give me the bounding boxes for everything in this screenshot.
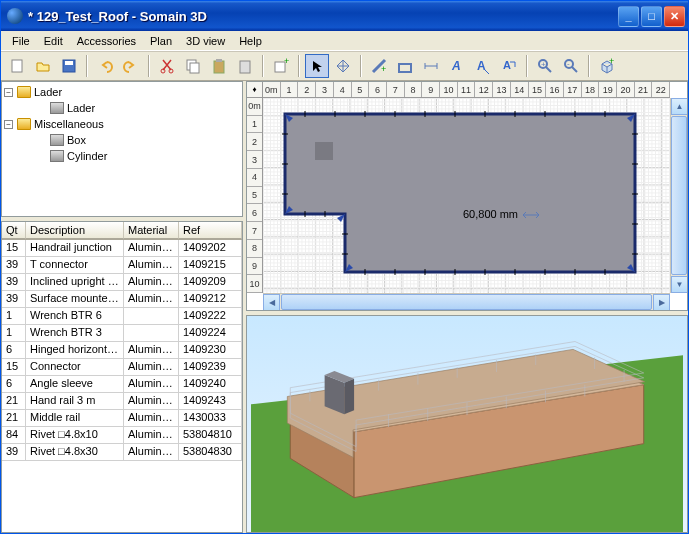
- cell-qt: 15: [2, 240, 26, 256]
- col-header-mat[interactable]: Material: [124, 222, 179, 239]
- menu-help[interactable]: Help: [232, 33, 269, 49]
- scroll-down-icon[interactable]: ▼: [671, 276, 688, 293]
- tree-label: Cylinder: [67, 150, 107, 162]
- table-row[interactable]: 39T connectorAluminium1409215: [2, 257, 242, 274]
- ruler-tick: 8: [247, 240, 262, 258]
- ruler-tick: 10: [247, 275, 262, 293]
- zoom-out-icon[interactable]: -: [559, 54, 583, 78]
- add-plan-icon[interactable]: +: [269, 54, 293, 78]
- minimize-button[interactable]: _: [618, 6, 639, 27]
- svg-rect-0: [12, 60, 22, 72]
- scroll-right-icon[interactable]: ▶: [653, 294, 670, 311]
- svg-rect-6: [190, 63, 199, 73]
- scroll-thumb[interactable]: [281, 294, 652, 310]
- cell-mat: Aluminium: [124, 274, 179, 290]
- collapse-icon[interactable]: −: [4, 120, 13, 129]
- cell-qt: 1: [2, 308, 26, 324]
- cell-qt: 39: [2, 274, 26, 290]
- roof-outline[interactable]: [275, 104, 645, 282]
- collapse-icon[interactable]: −: [4, 88, 13, 97]
- catalog-tree[interactable]: − Lader Lader − Miscellaneous: [1, 81, 243, 217]
- scrollbar-vertical[interactable]: ▲ ▼: [670, 98, 687, 293]
- scroll-up-icon[interactable]: ▲: [671, 98, 688, 115]
- cell-desc: Rivet □4.8x30: [26, 444, 124, 460]
- scrollbar-horizontal[interactable]: ◀ ▶: [263, 293, 670, 310]
- scroll-left-icon[interactable]: ◀: [263, 294, 280, 311]
- table-row[interactable]: 15Handrail junctionAluminium1409202: [2, 240, 242, 257]
- delete-icon[interactable]: [233, 54, 257, 78]
- table-row[interactable]: 21Middle railAluminium1430033: [2, 410, 242, 427]
- ruler-tick: 14: [511, 82, 529, 97]
- ruler-tick: 7: [247, 222, 262, 240]
- open-icon[interactable]: [31, 54, 55, 78]
- ruler-tick: 10: [440, 82, 458, 97]
- tree-node-lader-child[interactable]: Lader: [4, 100, 240, 116]
- table-row[interactable]: 21Hand rail 3 mAluminium1409243: [2, 393, 242, 410]
- table-row[interactable]: 6Hinged horizontal ...Aluminium1409230: [2, 342, 242, 359]
- room-icon[interactable]: [393, 54, 417, 78]
- table-row[interactable]: 15ConnectorAluminium1409239: [2, 359, 242, 376]
- ruler-tick: 1: [281, 82, 299, 97]
- ruler-horizontal: 0m12345678910111213141516171819202122: [263, 82, 670, 98]
- tree-node-cylinder[interactable]: Cylinder: [4, 148, 240, 164]
- tree-node-box[interactable]: Box: [4, 132, 240, 148]
- titlebar[interactable]: * 129_Test_Roof - Somain 3D _ □ ✕: [1, 1, 688, 31]
- col-header-qt[interactable]: Qt: [2, 222, 26, 239]
- ruler-tick: 1: [247, 116, 262, 134]
- svg-text:+: +: [284, 58, 289, 66]
- table-row[interactable]: 6Angle sleeveAluminium1409240: [2, 376, 242, 393]
- copy-icon[interactable]: [181, 54, 205, 78]
- redo-icon[interactable]: [119, 54, 143, 78]
- label-icon[interactable]: A: [497, 54, 521, 78]
- pan-icon[interactable]: [331, 54, 355, 78]
- svg-text:A: A: [451, 59, 461, 73]
- wall-icon[interactable]: +: [367, 54, 391, 78]
- scroll-thumb[interactable]: [671, 116, 687, 275]
- cell-mat: Aluminium: [124, 410, 179, 426]
- text-icon[interactable]: A: [445, 54, 469, 78]
- paste-icon[interactable]: [207, 54, 231, 78]
- select-icon[interactable]: [305, 54, 329, 78]
- cut-icon[interactable]: [155, 54, 179, 78]
- menu-file[interactable]: File: [5, 33, 37, 49]
- menu-3dview[interactable]: 3D view: [179, 33, 232, 49]
- menu-edit[interactable]: Edit: [37, 33, 70, 49]
- col-header-desc[interactable]: Description: [26, 222, 124, 239]
- zoom-in-icon[interactable]: +: [533, 54, 557, 78]
- table-row[interactable]: 1Wrench BTR 61409222: [2, 308, 242, 325]
- app-window: * 129_Test_Roof - Somain 3D _ □ ✕ File E…: [0, 0, 689, 534]
- tree-node-lader[interactable]: − Lader: [4, 84, 240, 100]
- table-row[interactable]: 39Inclined upright 1...Aluminium1409209: [2, 274, 242, 291]
- col-header-ref[interactable]: Ref: [179, 222, 242, 239]
- menu-accessories[interactable]: Accessories: [70, 33, 143, 49]
- menu-plan[interactable]: Plan: [143, 33, 179, 49]
- ruler-tick: 4: [247, 169, 262, 187]
- new-icon[interactable]: [5, 54, 29, 78]
- cell-mat: Aluminium: [124, 291, 179, 307]
- text2-icon[interactable]: A: [471, 54, 495, 78]
- undo-icon[interactable]: [93, 54, 117, 78]
- table-row[interactable]: 39Surface mounted ...Aluminium1409212: [2, 291, 242, 308]
- save-icon[interactable]: [57, 54, 81, 78]
- close-button[interactable]: ✕: [664, 6, 685, 27]
- table-row[interactable]: 84Rivet □4.8x10Aluminium53804810: [2, 427, 242, 444]
- ruler-tick: 7: [387, 82, 405, 97]
- cell-desc: Middle rail: [26, 410, 124, 426]
- 3d-view[interactable]: [246, 315, 688, 533]
- cell-mat: Aluminium: [124, 444, 179, 460]
- dimension-icon[interactable]: [419, 54, 443, 78]
- ruler-tick: 3: [316, 82, 334, 97]
- toolbar: + + A A A + - +: [1, 51, 688, 81]
- cell-desc: Wrench BTR 6: [26, 308, 124, 324]
- table-row[interactable]: 39Rivet □4.8x30Aluminium53804830: [2, 444, 242, 461]
- tree-label: Miscellaneous: [34, 118, 104, 130]
- table-row[interactable]: 1Wrench BTR 31409224: [2, 325, 242, 342]
- plan-view[interactable]: ♦ 0m12345678910111213141516171819202122 …: [246, 81, 688, 311]
- maximize-button[interactable]: □: [641, 6, 662, 27]
- tree-node-misc[interactable]: − Miscellaneous: [4, 116, 240, 132]
- cell-ref: 1430033: [179, 410, 242, 426]
- ruler-tick: 18: [582, 82, 600, 97]
- measurement-label: 60,800 mm: [463, 208, 541, 220]
- new-3d-icon[interactable]: +: [595, 54, 619, 78]
- plan-grid[interactable]: 60,800 mm: [263, 98, 670, 293]
